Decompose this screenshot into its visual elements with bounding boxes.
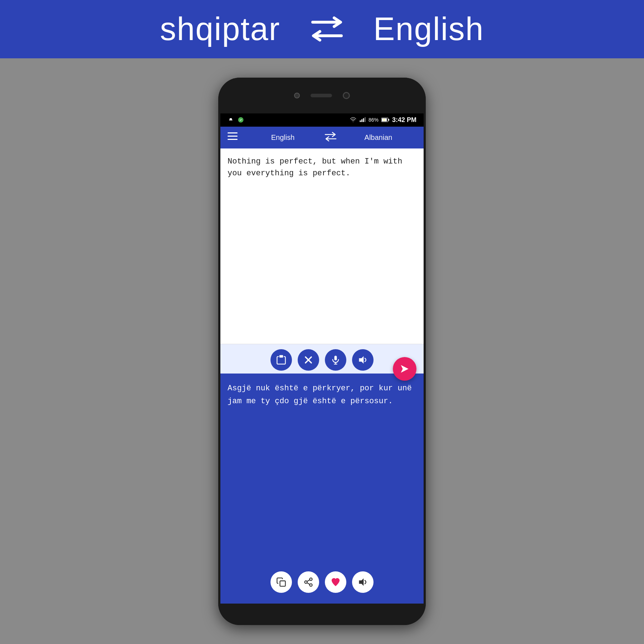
svg-rect-10 <box>228 139 238 140</box>
banner-lang-left[interactable]: shqiptar <box>160 11 280 48</box>
clipboard-button[interactable] <box>270 349 292 371</box>
svg-rect-8 <box>228 132 238 133</box>
top-banner: shqiptar English <box>0 0 644 58</box>
app-toolbar: English Albanian <box>220 127 424 148</box>
speaker-output-icon <box>358 577 368 587</box>
banner-lang-right[interactable]: English <box>374 11 484 48</box>
send-icon <box>399 363 410 375</box>
output-actions <box>228 566 416 600</box>
status-time: 3:42 PM <box>392 116 416 124</box>
phone-camera-lens <box>343 92 350 99</box>
svg-marker-28 <box>359 578 364 586</box>
svg-rect-22 <box>280 581 286 586</box>
input-area[interactable]: Nothing is perfect, but when I'm with yo… <box>220 148 424 345</box>
banner-swap-icon[interactable] <box>309 13 345 45</box>
share-icon <box>303 577 313 587</box>
send-button[interactable] <box>393 357 416 381</box>
battery-icon <box>381 117 389 122</box>
input-actions <box>220 344 424 374</box>
status-left-icons <box>228 117 244 123</box>
svg-rect-1 <box>360 121 361 122</box>
status-bar: 86% 3:42 PM <box>220 113 424 127</box>
phone-bottom-bezel <box>218 604 426 625</box>
toolbar-lang-right[interactable]: Albanian <box>340 133 416 142</box>
svg-line-26 <box>307 582 310 584</box>
svg-rect-4 <box>365 117 366 122</box>
output-area: Asgjë nuk është e përkryer, por kur unë … <box>220 374 424 603</box>
menu-button[interactable] <box>228 132 238 142</box>
share-output-button[interactable] <box>298 571 319 593</box>
input-text[interactable]: Nothing is perfect, but when I'm with yo… <box>228 156 416 337</box>
heart-icon <box>331 577 341 587</box>
usb-icon <box>228 117 234 123</box>
speaker-input-icon <box>358 355 368 365</box>
clear-icon <box>303 355 313 365</box>
microphone-icon <box>331 355 341 365</box>
phone: 86% 3:42 PM <box>218 78 426 625</box>
status-right: 86% 3:42 PM <box>350 116 416 124</box>
output-text: Asgjë nuk është e përkryer, por kur unë … <box>228 382 416 566</box>
svg-point-25 <box>310 584 312 586</box>
svg-rect-3 <box>363 118 364 122</box>
wifi-icon <box>350 117 356 123</box>
svg-marker-21 <box>401 365 408 373</box>
battery-percent: 86% <box>369 117 379 123</box>
microphone-button[interactable] <box>325 349 346 371</box>
svg-rect-2 <box>361 119 362 122</box>
svg-point-23 <box>310 578 312 580</box>
clipboard-icon <box>276 355 286 365</box>
svg-line-27 <box>307 580 310 581</box>
copy-output-button[interactable] <box>270 571 292 593</box>
svg-rect-7 <box>388 119 389 121</box>
toolbar-swap-button[interactable] <box>321 132 340 143</box>
svg-rect-17 <box>335 356 337 361</box>
copy-icon <box>276 577 286 587</box>
svg-marker-20 <box>359 356 364 364</box>
toolbar-lang-left[interactable]: English <box>245 133 321 142</box>
clear-button[interactable] <box>298 349 319 371</box>
svg-rect-9 <box>228 136 238 137</box>
phone-top-bezel <box>218 78 426 113</box>
speaker-input-button[interactable] <box>352 349 374 371</box>
svg-rect-12 <box>279 355 283 357</box>
heart-button[interactable] <box>325 571 346 593</box>
phone-front-camera <box>294 93 300 98</box>
signal-icon <box>359 117 366 123</box>
app-icon <box>238 117 244 123</box>
phone-screen: 86% 3:42 PM <box>220 113 424 604</box>
svg-point-24 <box>305 581 307 583</box>
phone-earpiece <box>311 94 332 97</box>
speaker-output-button[interactable] <box>352 571 374 593</box>
gray-area: 86% 3:42 PM <box>0 58 644 644</box>
